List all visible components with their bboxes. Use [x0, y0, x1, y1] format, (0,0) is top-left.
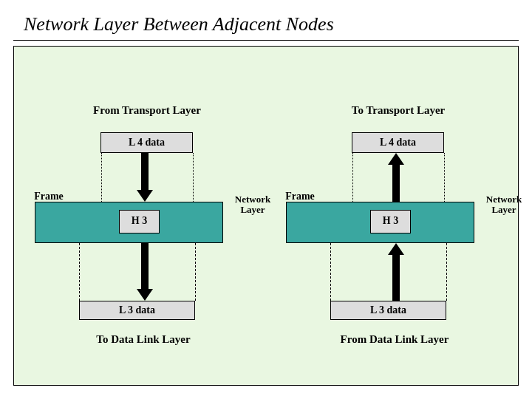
left-l4-box: L 4 data — [100, 132, 193, 153]
left-l3-guide-left — [79, 243, 80, 301]
left-nl-line1: Network — [235, 194, 270, 205]
right-top-label: To Transport Layer — [332, 104, 465, 117]
right-up-arrow-bottom-icon — [388, 243, 404, 302]
left-down-arrow-bottom-icon — [137, 243, 153, 302]
svg-rect-2 — [141, 243, 149, 289]
right-l3-box: L 3 data — [330, 301, 446, 320]
right-bottom-label: From Data Link Layer — [324, 333, 465, 346]
slide-title: Network Layer Between Adjacent Nodes — [24, 13, 334, 35]
svg-marker-1 — [137, 190, 153, 202]
right-l3-guide-right — [446, 243, 447, 301]
svg-marker-4 — [388, 153, 404, 165]
right-up-arrow-top-icon — [388, 153, 404, 203]
diagram-canvas: From Transport Layer L 4 data Frame H 3 … — [13, 46, 519, 386]
right-l4-guide-left — [352, 153, 353, 202]
right-network-layer-label: Network Layer — [478, 194, 530, 216]
right-nl-line1: Network — [486, 194, 522, 205]
svg-rect-0 — [141, 153, 149, 190]
svg-rect-5 — [392, 165, 400, 203]
svg-rect-7 — [392, 255, 400, 302]
left-l3-guide-right — [195, 243, 196, 301]
left-frame-label: Frame — [27, 191, 71, 202]
left-l3-box: L 3 data — [79, 301, 195, 320]
right-h3-box: H 3 — [370, 210, 411, 233]
left-bottom-label: To Data Link Layer — [81, 333, 206, 346]
right-l4-box: L 4 data — [352, 132, 444, 153]
left-top-label: From Transport Layer — [81, 104, 214, 117]
left-nl-line2: Layer — [240, 204, 265, 215]
svg-marker-3 — [137, 289, 153, 301]
svg-marker-6 — [388, 243, 404, 255]
right-l3-guide-left — [330, 243, 331, 301]
left-l4-guide-right — [193, 153, 194, 202]
left-h3-box: H 3 — [119, 210, 160, 233]
left-l4-guide-left — [101, 153, 102, 202]
right-l4-guide-right — [444, 153, 445, 202]
left-down-arrow-top-icon — [137, 153, 153, 203]
right-frame-label: Frame — [278, 191, 322, 202]
left-network-layer-label: Network Layer — [227, 194, 279, 216]
title-underline — [13, 40, 519, 41]
right-nl-line2: Layer — [491, 204, 516, 215]
